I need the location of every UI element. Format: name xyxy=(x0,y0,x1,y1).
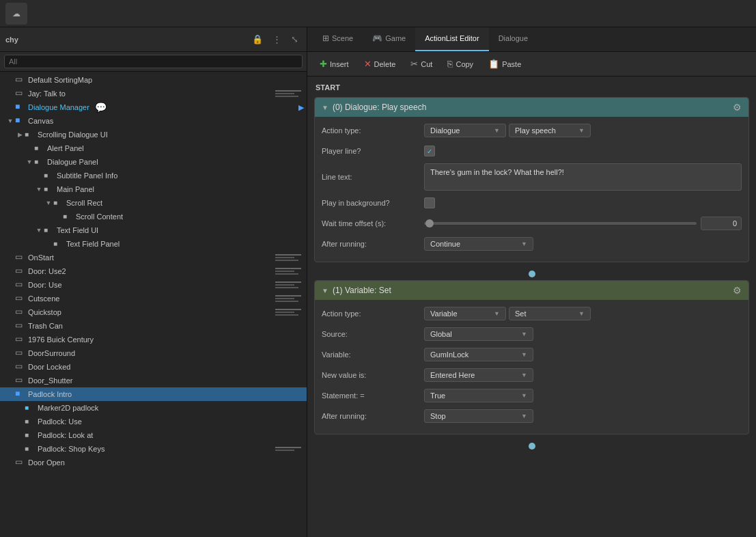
copy-button[interactable]: ⎘ Copy xyxy=(440,56,480,72)
dropdown-action-1-variable[interactable]: GumInLock ▼ xyxy=(424,348,533,361)
tree-item-door-shutter[interactable]: ▭Door_Shutter xyxy=(0,374,307,387)
slider-action-0-wait-time-offset[interactable] xyxy=(424,222,697,225)
action-header-left-action-0: ▼ (0) Dialogue: Play speech xyxy=(322,102,426,112)
tree-item-scroll-rect[interactable]: ▼■Scroll Rect xyxy=(0,196,307,210)
editor-panel: ⊞Scene🎮GameActionList EditorDialogue ✚ I… xyxy=(307,27,756,537)
tree-item-quickstop[interactable]: ▭Quickstop xyxy=(0,305,307,319)
tab-dialogue[interactable]: Dialogue xyxy=(489,27,537,51)
tree-icon-rect: ▭ xyxy=(15,279,26,290)
tree-item-1976-buick-century[interactable]: ▭1976 Buick Century xyxy=(0,333,307,346)
field-label-action-0-player-line: Player line? xyxy=(322,147,424,155)
collapse-arrow-action-0[interactable]: ▼ xyxy=(322,104,328,111)
tree-label: OnStart xyxy=(28,253,54,262)
connector-dot-0 xyxy=(314,268,749,280)
insert-icon: ✚ xyxy=(320,59,327,69)
tree-item-padlock-shop-keys[interactable]: ■Padlock: Shop Keys xyxy=(0,442,307,456)
tree-item-door-use[interactable]: ▭Door: Use xyxy=(0,278,307,292)
tree-arrow: ▼ xyxy=(34,227,44,234)
expand-icon[interactable]: ⤡ xyxy=(288,33,301,46)
delete-button[interactable]: ✕ Delete xyxy=(357,56,403,72)
dropdown-action-1-statement[interactable]: True ▼ xyxy=(424,389,533,402)
tab-scene[interactable]: ⊞Scene xyxy=(313,27,363,51)
checkbox-action-0-player-line[interactable]: ✓ xyxy=(424,146,435,156)
field-row-action-1-source: Source: Global ▼ xyxy=(322,326,742,342)
paste-icon: 📋 xyxy=(488,59,499,69)
tree-item-door-open[interactable]: ▭Door Open xyxy=(0,456,307,469)
more-icon[interactable]: ⋮ xyxy=(270,33,284,46)
tree-item-jay-talk-to[interactable]: ▭Jay: Talk to xyxy=(0,87,307,100)
tree-item-door-use2[interactable]: ▭Door: Use2 xyxy=(0,264,307,278)
dropdown-action-1-after-running[interactable]: Stop ▼ xyxy=(424,409,533,423)
tab-icon-scene: ⊞ xyxy=(322,33,329,43)
insert-button[interactable]: ✚ Insert xyxy=(313,56,356,72)
field-label-action-0-line-text: Line text: xyxy=(322,173,424,181)
connector-dot-end xyxy=(314,440,749,452)
dropdown-action-0-action-type-2[interactable]: Play speech ▼ xyxy=(509,124,591,137)
field-value-action-0-after-running: Continue ▼ xyxy=(424,237,742,251)
tree-item-main-panel[interactable]: ▼■Main Panel xyxy=(0,182,307,196)
checkbox-action-0-play-in-background[interactable] xyxy=(424,197,435,208)
tree-item-text-field-panel[interactable]: ■Text Field Panel xyxy=(0,237,307,251)
hierarchy-panel: chy 🔒 ⋮ ⤡ ▭Default SortingMap▭Jay: Talk … xyxy=(0,27,307,537)
speech-icon: 💬 xyxy=(95,102,107,113)
tree-item-padlock-intro[interactable]: ■Padlock Intro xyxy=(0,387,307,401)
tree-icon-cube-sm: ■ xyxy=(44,170,55,181)
tree-item-text-field-ui[interactable]: ▼■Text Field UI xyxy=(0,223,307,237)
tree-item-trash-can[interactable]: ▭Trash Can xyxy=(0,319,307,333)
textarea-action-0-line-text[interactable]: There's gum in the lock? What the hell?! xyxy=(424,163,742,191)
tree-icon-cube-sm: ■ xyxy=(63,211,74,222)
tree-item-marker2d-padlock[interactable]: ■Marker2D padlock xyxy=(0,401,307,415)
dropdown-action-0-after-running[interactable]: Continue ▼ xyxy=(424,237,533,251)
dropdown-action-0-action-type-1[interactable]: Dialogue ▼ xyxy=(424,124,506,137)
tree-label: Door Open xyxy=(28,458,65,467)
tree-item-canvas[interactable]: ▼■Canvas xyxy=(0,114,307,128)
tree-icon-cube-blue: ■ xyxy=(15,389,26,400)
dropdown-action-1-source[interactable]: Global ▼ xyxy=(424,327,533,341)
expand-right-arrow[interactable]: ▶ xyxy=(298,103,304,112)
action-gear-action-1[interactable]: ⚙ xyxy=(733,285,742,296)
tree-item-door-locked[interactable]: ▭Door Locked xyxy=(0,360,307,374)
tree-item-padlock-use[interactable]: ■Padlock: Use xyxy=(0,415,307,428)
field-row-action-0-after-running: After running: Continue ▼ xyxy=(322,236,742,252)
number-input-action-0-wait-time-offset[interactable] xyxy=(701,217,742,230)
tree-icon-rect: ▭ xyxy=(15,266,26,277)
cloud-icon[interactable]: ☁ xyxy=(5,3,27,25)
tree-item-padlock-look-at[interactable]: ■Padlock: Look at xyxy=(0,428,307,442)
thumb-lines xyxy=(275,295,301,302)
cut-button[interactable]: ✂ Cut xyxy=(404,56,439,72)
field-label-action-1-action-type: Action type: xyxy=(322,309,424,318)
dot-0 xyxy=(529,271,535,277)
tree-label: Door: Use xyxy=(28,281,62,289)
tree-item-alert-panel[interactable]: ■Alert Panel xyxy=(0,141,307,155)
collapse-arrow-action-1[interactable]: ▼ xyxy=(322,287,328,294)
paste-button[interactable]: 📋 Paste xyxy=(481,56,528,72)
search-input[interactable] xyxy=(4,55,303,68)
tree-item-cutscene[interactable]: ▭Cutscene xyxy=(0,292,307,305)
slider-track-action-0-wait-time-offset xyxy=(424,217,742,230)
tree-item-dialogue-manager[interactable]: ■Dialogue Manager💬▶ xyxy=(0,100,307,114)
field-value-action-0-player-line: ✓ xyxy=(424,146,742,156)
tab-label-scene: Scene xyxy=(332,34,353,42)
dropdown-action-1-new-value-is[interactable]: Entered Here ▼ xyxy=(424,368,533,382)
tree-label: Subtitle Panel Info xyxy=(57,171,117,180)
tree-item-scroll-content[interactable]: ■Scroll Content xyxy=(0,210,307,223)
tree-icon-rect: ▭ xyxy=(15,307,26,318)
tree-item-door-surround[interactable]: ▭DoorSurround xyxy=(0,346,307,360)
tree-item-dialogue-panel[interactable]: ▼■Dialogue Panel xyxy=(0,155,307,169)
lock-icon[interactable]: 🔒 xyxy=(249,33,266,46)
insert-label: Insert xyxy=(330,60,349,68)
dropdown-action-1-action-type-2[interactable]: Set ▼ xyxy=(509,307,591,320)
tab-actionlist[interactable]: ActionList Editor xyxy=(415,27,488,51)
tree-item-scrolling-dialogue-ui[interactable]: ▶■Scrolling Dialogue UI xyxy=(0,128,307,141)
tree-icon-cube-sm: ■ xyxy=(53,238,64,249)
field-row-action-1-after-running: After running: Stop ▼ xyxy=(322,408,742,424)
tab-game[interactable]: 🎮Game xyxy=(363,27,415,51)
tree-item-onstart[interactable]: ▭OnStart xyxy=(0,251,307,264)
tree-item-default-sorting-map[interactable]: ▭Default SortingMap xyxy=(0,73,307,87)
tree-icon-rect: ▭ xyxy=(15,334,26,345)
field-label-action-1-source: Source: xyxy=(322,330,424,338)
action-gear-action-0[interactable]: ⚙ xyxy=(733,102,742,113)
dropdown-action-1-action-type-1[interactable]: Variable ▼ xyxy=(424,307,506,320)
editor-content: START ▼ (0) Dialogue: Play speech ⚙ Acti… xyxy=(307,77,756,537)
tree-item-subtitle-panel-info[interactable]: ■Subtitle Panel Info xyxy=(0,169,307,182)
